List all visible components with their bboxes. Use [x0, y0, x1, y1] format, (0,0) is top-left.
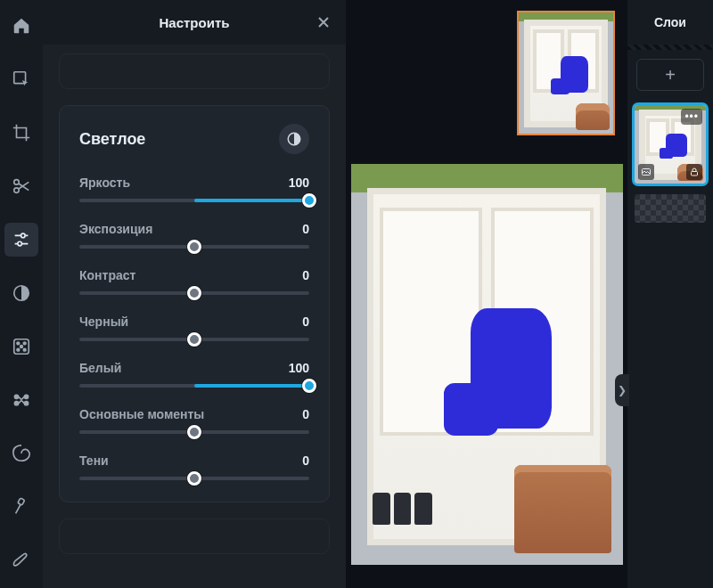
slider-thumb[interactable] [302, 379, 316, 393]
svg-point-15 [24, 402, 28, 405]
slider-thumb[interactable] [187, 332, 201, 347]
layer-thumbnail[interactable]: ••• [635, 105, 706, 184]
slider-label: Тени [79, 453, 109, 468]
canvas-image[interactable] [351, 164, 623, 565]
slider-fill [194, 199, 309, 202]
navigator-thumbnail[interactable] [517, 11, 615, 135]
svg-point-3 [21, 233, 26, 238]
spiral-tool-icon[interactable] [4, 437, 38, 470]
add-layer-button[interactable]: + [636, 59, 704, 91]
layers-panel: Слои + ••• [627, 0, 713, 588]
slider-track[interactable] [79, 430, 309, 434]
slider-fill [194, 384, 309, 388]
svg-point-14 [14, 402, 18, 405]
slider-value: 100 [289, 361, 309, 375]
slider-label: Экспозиция [79, 222, 152, 236]
collapsed-section-below[interactable] [59, 519, 330, 554]
slider-label: Белый [79, 361, 121, 375]
adjust-panel: Настроить Светлое Яркость100Экспозиция0К… [43, 0, 346, 588]
slider-value: 100 [289, 176, 309, 190]
slider-thumb[interactable] [187, 286, 201, 300]
slider-label: Яркость [79, 176, 130, 190]
slider-value: 0 [302, 407, 309, 421]
vertical-toolbar [0, 0, 43, 588]
svg-point-4 [18, 241, 22, 246]
slider-label: Основные моменты [79, 407, 204, 421]
svg-rect-16 [18, 498, 25, 505]
slider-value: 0 [302, 268, 309, 282]
svg-point-12 [14, 395, 18, 398]
canvas-area: ❯ [346, 0, 627, 588]
panel-body: Светлое Яркость100Экспозиция0Контраст0Че… [43, 45, 346, 588]
slider-thumb[interactable] [187, 240, 201, 254]
cut-tool-icon[interactable] [4, 169, 38, 203]
svg-point-8 [23, 342, 26, 345]
slider-row: Яркость100 [79, 176, 309, 202]
select-tool-icon[interactable] [4, 62, 38, 96]
slider-row: Основные моменты0 [79, 407, 309, 434]
slider-track[interactable] [79, 338, 309, 341]
slider-thumb[interactable] [187, 471, 201, 486]
half-circle-icon[interactable] [279, 124, 309, 154]
close-icon[interactable] [314, 12, 333, 32]
section-title: Светлое [79, 130, 145, 149]
layers-divider [627, 45, 713, 50]
slider-track[interactable] [79, 199, 309, 202]
contrast-tool-icon[interactable] [4, 276, 38, 310]
svg-point-7 [17, 342, 20, 345]
slider-thumb[interactable] [302, 193, 316, 208]
slider-row: Контраст0 [79, 268, 309, 295]
slider-value: 0 [302, 453, 309, 468]
light-section: Светлое Яркость100Экспозиция0Контраст0Че… [59, 105, 330, 502]
slider-row: Экспозиция0 [79, 222, 309, 249]
slider-track[interactable] [79, 245, 309, 249]
slider-label: Контраст [79, 268, 135, 282]
slider-label: Черный [79, 314, 128, 329]
heal-tool-icon[interactable] [4, 490, 38, 524]
panel-header: Настроить [43, 0, 346, 45]
svg-point-1 [14, 180, 20, 185]
layer-image-icon[interactable] [638, 164, 654, 180]
layer-lock-icon[interactable] [686, 164, 702, 180]
svg-point-2 [14, 188, 20, 193]
panel-title: Настроить [160, 15, 230, 30]
slider-track[interactable] [79, 477, 309, 480]
svg-point-10 [23, 348, 26, 351]
slider-row: Черный0 [79, 314, 309, 341]
slider-track[interactable] [79, 291, 309, 295]
svg-point-11 [20, 346, 23, 348]
svg-point-9 [17, 348, 20, 351]
home-icon[interactable] [4, 9, 38, 43]
empty-layer-slot[interactable] [635, 194, 706, 223]
adjust-tool-icon[interactable] [4, 223, 38, 257]
liquify-tool-icon[interactable] [4, 383, 38, 417]
effects-tool-icon[interactable] [4, 330, 38, 363]
layers-title: Слои [627, 0, 713, 45]
crop-tool-icon[interactable] [4, 116, 38, 150]
layer-options-icon[interactable]: ••• [681, 109, 702, 125]
slider-track[interactable] [79, 384, 309, 388]
slider-row: Тени0 [79, 453, 309, 480]
slider-value: 0 [302, 222, 309, 236]
slider-row: Белый100 [79, 361, 309, 388]
brush-tool-icon[interactable] [4, 543, 38, 577]
svg-rect-19 [692, 172, 698, 176]
collapsed-section-above[interactable] [59, 53, 330, 89]
svg-point-13 [24, 395, 28, 398]
slider-thumb[interactable] [187, 425, 201, 439]
slider-value: 0 [302, 314, 309, 329]
expand-layers-icon[interactable]: ❯ [615, 374, 629, 406]
